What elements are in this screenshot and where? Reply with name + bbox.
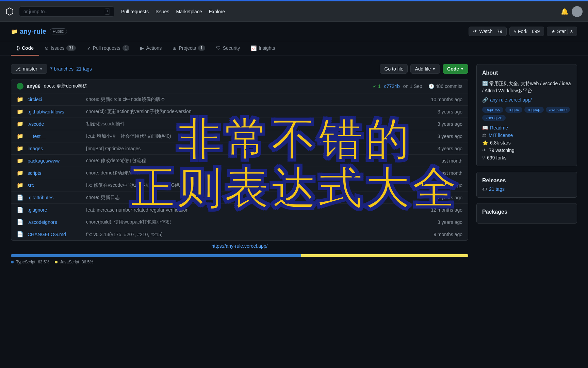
file-time: 3 years ago xyxy=(422,109,462,114)
branch-bar: ⎇ master ▼ 7 branches 21 tags Go to file… xyxy=(11,64,468,74)
file-name-link[interactable]: packages/www xyxy=(28,158,82,164)
table-row: 📁 images [ImgBot] Optimize images 3 year… xyxy=(11,142,468,155)
sidebar: About 🔡 常用正则大全, 支持web / vscode / idea / … xyxy=(476,64,577,264)
sidebar-stat-readme[interactable]: 📖 Readme xyxy=(482,125,571,131)
file-commit-msg: 初始化vscode插件 xyxy=(86,121,418,127)
tag-awesome[interactable]: awesome xyxy=(546,107,570,113)
tag-regexp[interactable]: regexp xyxy=(524,107,544,113)
js-label: JavaScript 36.5% xyxy=(55,260,93,264)
file-commit-msg: feat: increase number-related regular ve… xyxy=(86,207,418,213)
fork-count-badge: 699 xyxy=(529,29,540,34)
about-title: About xyxy=(482,70,571,76)
tab-security[interactable]: 🛡 Security xyxy=(211,41,246,56)
file-name-link[interactable]: __test__ xyxy=(28,134,82,139)
releases-section: Releases 🏷 21 tags xyxy=(476,172,577,198)
sidebar-stat-forks[interactable]: ⑂ 699 forks xyxy=(482,155,571,160)
nav-marketplace[interactable]: Marketplace xyxy=(176,9,202,14)
actions-tab-label: Actions xyxy=(146,45,162,51)
code-tab-label: Code xyxy=(22,45,34,51)
search-placeholder: or jump to... xyxy=(23,9,49,14)
tag-zheng-ze[interactable]: zheng-ze xyxy=(482,115,506,121)
repo-name[interactable]: any-rule xyxy=(20,28,46,35)
tag-express[interactable]: express xyxy=(482,107,503,113)
tag-regex[interactable]: regex xyxy=(505,107,522,113)
file-name-link[interactable]: src xyxy=(28,183,82,188)
watch-count-badge: 79 xyxy=(494,29,502,34)
forks-count: 699 forks xyxy=(487,155,507,160)
file-commit-msg: chore: demo移动到Vercel xyxy=(86,170,418,176)
table-row: 📁 .github/workflows chore(ci): 更新action的… xyxy=(11,106,468,118)
sidebar-stat-stars[interactable]: ⭐ 6.8k stars xyxy=(482,140,571,145)
eye-icon: 👁 xyxy=(473,29,478,34)
watch-button[interactable]: 👁 Watch 79 xyxy=(469,27,507,36)
tab-insights[interactable]: 📈 Insights xyxy=(245,41,280,56)
file-commit-msg: chore: 更新日志 xyxy=(86,195,418,201)
add-file-button[interactable]: Add file ▼ xyxy=(410,64,440,74)
about-website-link[interactable]: 🔗 any-rule.vercel.app/ xyxy=(482,97,571,103)
table-row: 📄 CHANGELOG.md fix: v0.3.13(#175, #207, … xyxy=(11,228,468,240)
add-file-label: Add file xyxy=(415,66,431,72)
tags-link[interactable]: 21 tags xyxy=(76,66,92,72)
file-name-link[interactable]: .vscode xyxy=(28,121,82,127)
packages-title: Packages xyxy=(482,209,571,215)
commit-count-link[interactable]: 🕐 486 commits xyxy=(428,83,462,89)
tags-row: express regex regexp awesome zheng-ze xyxy=(482,107,571,121)
table-row: 📁 packages/www chore: 修改demo的打包流程 last m… xyxy=(11,155,468,167)
star-button[interactable]: ★ Star s xyxy=(547,27,577,36)
actions-tab-icon: ▶ xyxy=(140,45,144,51)
tab-projects[interactable]: ⊞ Projects 1 xyxy=(167,41,210,56)
branches-link[interactable]: 7 branches xyxy=(50,66,74,72)
language-bar xyxy=(11,254,468,257)
language-bar-container: TypeScript 63.5% JavaScript 36.5% xyxy=(11,254,468,264)
file-name-link[interactable]: .vscodeignore xyxy=(28,219,82,225)
file-name-link[interactable]: .github/workflows xyxy=(28,109,82,114)
projects-tab-count: 1 xyxy=(198,45,205,51)
user-avatar[interactable] xyxy=(572,6,583,17)
tab-pull-requests[interactable]: ⤤ Pull requests 1 xyxy=(81,41,135,56)
file-commit-msg: [ImgBot] Optimize images xyxy=(86,146,418,151)
nav-explore[interactable]: Explore xyxy=(209,9,225,14)
history-icon: 🕐 xyxy=(428,83,434,89)
releases-tags[interactable]: 🏷 21 tags xyxy=(482,186,571,192)
sidebar-stat-watching[interactable]: 👁 79 watching xyxy=(482,148,571,153)
file-commit-msg: chore: 修改demo的打包流程 xyxy=(86,158,418,164)
file-time: 3 years ago xyxy=(422,219,462,225)
file-name-link[interactable]: .gitignore xyxy=(28,207,82,213)
sidebar-stat-license[interactable]: ⚖ MIT license xyxy=(482,133,571,138)
file-name-link[interactable]: .gitattributes xyxy=(28,195,82,200)
nav-pull-requests[interactable]: Pull requests xyxy=(121,9,149,14)
search-box[interactable]: or jump to... / xyxy=(19,6,114,17)
table-row: 📁 .vscode 初始化vscode插件 3 years ago xyxy=(11,118,468,130)
file-name-link[interactable]: images xyxy=(28,146,82,151)
file-icon: 📄 xyxy=(17,194,23,201)
repo-header: 📁 any-rule Public 👁 Watch 79 ⑂ Fork 699 … xyxy=(0,22,588,41)
file-name-link[interactable]: scripts xyxy=(28,170,82,176)
file-commit-msg: fix: v0.3.13(#175, #207, #210, #215) xyxy=(86,232,418,237)
url-bar[interactable]: https://any-rule.vercel.app/ xyxy=(11,241,468,251)
code-chevron-icon: ▼ xyxy=(460,67,464,71)
tab-actions[interactable]: ▶ Actions xyxy=(135,41,167,56)
file-name-link[interactable]: CHANGELOG.md xyxy=(28,232,82,237)
fork-button[interactable]: ⑂ Fork 699 xyxy=(509,27,544,36)
commit-hash[interactable]: c7724b xyxy=(384,83,400,89)
code-dropdown-button[interactable]: Code ▼ xyxy=(443,64,468,74)
js-dot xyxy=(55,261,58,263)
commit-checks: ✓ 1 xyxy=(373,83,381,89)
projects-tab-icon: ⊞ xyxy=(173,45,177,51)
repo-content: ⎇ master ▼ 7 branches 21 tags Go to file… xyxy=(11,64,468,264)
tab-issues[interactable]: ⊙ Issues 31 xyxy=(39,41,81,56)
commit-avatar xyxy=(17,83,23,90)
file-time: 10 months ago xyxy=(422,97,462,102)
branch-selector[interactable]: ⎇ master ▼ xyxy=(11,64,47,74)
file-name-link[interactable]: circleci xyxy=(28,97,82,102)
tab-code[interactable]: ⟨⟩ Code xyxy=(11,41,39,56)
file-commit-msg: fix: 修复在vscode中"@zz"不能唤起的BUG(#155) xyxy=(86,182,418,188)
file-table: 📁 circleci chore: 更新circle ci中node镜像的版本 … xyxy=(11,93,468,241)
bell-icon[interactable]: 🔔 xyxy=(561,8,568,15)
folder-icon: 📁 xyxy=(17,108,23,115)
nav-issues[interactable]: Issues xyxy=(156,9,169,14)
github-logo-icon[interactable]: ⬡ xyxy=(5,6,14,17)
link-icon: 🔗 xyxy=(482,97,488,103)
go-to-file-button[interactable]: Go to file xyxy=(380,64,408,74)
file-time: 12 months ago xyxy=(422,183,462,188)
